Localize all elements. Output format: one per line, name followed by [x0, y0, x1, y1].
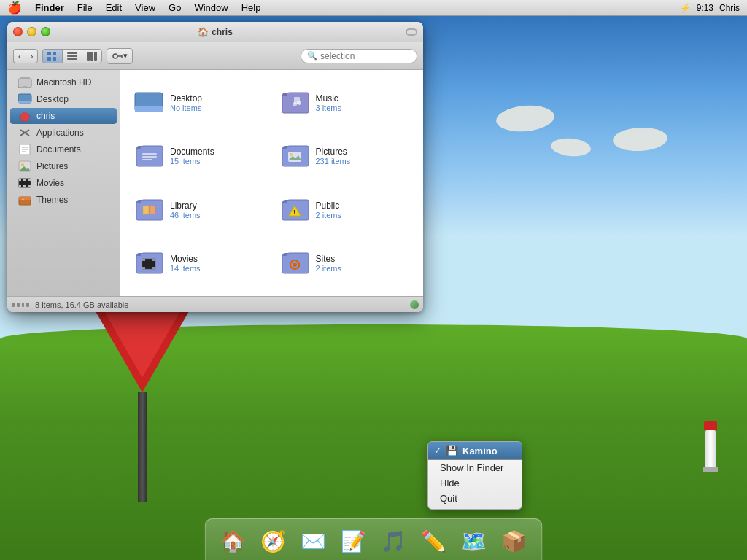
file-icon-music	[279, 88, 310, 118]
svg-point-10	[113, 54, 117, 58]
context-menu-header: ✓ 💾 Kamino	[428, 442, 522, 460]
dock-item-wordprocessor[interactable]: 📝	[335, 522, 373, 560]
file-item-music[interactable]: Music 3 items	[274, 77, 417, 128]
svg-rect-56	[142, 267, 145, 269]
pictures-icon	[18, 160, 32, 172]
sidebar-label-themes: Themes	[36, 195, 68, 205]
file-item-movies[interactable]: Movies 14 items	[128, 238, 271, 289]
lighthouse-tower	[705, 430, 716, 467]
svg-rect-32	[28, 185, 31, 187]
dock-item-itunes[interactable]: 🎵	[375, 522, 413, 560]
column-view-button[interactable]	[82, 49, 102, 63]
statusbar-dot-1	[12, 303, 15, 307]
window-content: Macintosh HD Desktop chris	[7, 70, 423, 296]
themes-icon: T	[18, 194, 32, 206]
menu-finder[interactable]: Finder	[29, 1, 70, 14]
traffic-lights	[13, 27, 50, 36]
collapse-button[interactable]	[406, 28, 417, 36]
minimize-button[interactable]	[27, 27, 36, 36]
dock-item-house[interactable]: 🏠	[214, 522, 252, 560]
forward-button[interactable]: ›	[26, 49, 39, 63]
svg-rect-7	[87, 52, 90, 61]
file-icon-public: !	[279, 195, 310, 225]
context-hd-icon: 💾	[446, 445, 458, 456]
file-item-desktop[interactable]: Desktop No items	[128, 77, 271, 128]
search-box[interactable]: 🔍	[301, 49, 417, 63]
menu-help[interactable]: Help	[236, 1, 267, 14]
window-title-text: chris	[212, 27, 233, 37]
back-button[interactable]: ‹	[13, 49, 26, 63]
dock-item-maps[interactable]: 🗺️	[455, 522, 493, 560]
close-button[interactable]	[13, 27, 23, 36]
svg-rect-8	[90, 52, 93, 61]
file-name-public: Public	[316, 201, 411, 211]
dock-item-mail[interactable]: ✉️	[295, 522, 333, 560]
window-title: 🏠 chris	[198, 27, 233, 37]
statusbar-dot-2	[17, 303, 20, 307]
sidebar-item-themes[interactable]: T Themes	[10, 192, 117, 208]
macintosh-hd-icon	[18, 77, 32, 88]
finder-window: 🏠 chris ‹ ›	[7, 22, 423, 312]
file-name-movies: Movies	[170, 254, 265, 264]
context-quit[interactable]: Quit	[428, 491, 522, 506]
svg-rect-3	[53, 57, 56, 61]
search-input[interactable]	[320, 51, 411, 61]
file-info-sites: Sites 2 items	[316, 254, 411, 273]
svg-rect-50	[150, 206, 155, 214]
file-info-pictures: Pictures 231 items	[316, 147, 411, 166]
menu-file[interactable]: File	[71, 1, 98, 14]
sidebar-item-chris[interactable]: chris	[10, 108, 117, 124]
file-item-pictures[interactable]: Pictures 231 items	[274, 131, 417, 182]
context-show-in-finder[interactable]: Show In Finder	[428, 460, 522, 475]
svg-point-26	[21, 163, 24, 166]
file-icon-library	[133, 195, 164, 225]
file-info-library: Library 46 items	[170, 201, 265, 219]
list-view-button[interactable]	[62, 49, 82, 63]
file-count-pictures: 231 items	[316, 157, 411, 166]
sidebar-item-desktop[interactable]: Desktop	[10, 91, 117, 107]
sidebar-item-movies[interactable]: Movies	[10, 175, 117, 191]
svg-rect-1	[53, 52, 56, 55]
file-item-library[interactable]: Library 46 items	[128, 184, 271, 236]
svg-rect-54	[142, 259, 145, 261]
svg-rect-55	[152, 259, 155, 261]
sidebar-item-macintosh-hd[interactable]: Macintosh HD	[10, 74, 117, 90]
file-item-public[interactable]: ! Public 2 items	[274, 184, 417, 236]
home-icon: 🏠	[198, 27, 209, 37]
sidebar-label-applications: Applications	[36, 128, 84, 138]
sidebar-item-pictures[interactable]: Pictures	[10, 158, 117, 174]
context-hide[interactable]: Hide	[428, 475, 522, 491]
file-info-music: Music 3 items	[316, 93, 411, 112]
file-count-desktop: No items	[170, 104, 265, 112]
file-icon-sites	[279, 248, 310, 279]
maximize-button[interactable]	[41, 27, 50, 36]
dock-item-pencil[interactable]: ✏️	[415, 522, 453, 560]
svg-rect-29	[19, 179, 21, 181]
menu-window[interactable]: Window	[188, 1, 233, 14]
file-item-documents[interactable]: Documents 15 items	[128, 131, 271, 182]
action-button[interactable]: ▾	[107, 48, 133, 64]
svg-rect-34	[23, 185, 26, 187]
clock: 9:13	[697, 3, 713, 13]
menu-view[interactable]: View	[129, 1, 161, 14]
file-icon-movies	[133, 248, 164, 279]
statusbar-indicator	[410, 300, 419, 309]
apple-menu-icon[interactable]: 🍎	[0, 1, 29, 15]
titlebar: 🏠 chris	[7, 22, 423, 42]
menubar: 🍎 Finder File Edit View Go Window Help ⚡…	[0, 0, 747, 16]
dock-item-safari[interactable]: 🧭	[255, 522, 293, 560]
sidebar-item-applications[interactable]: Applications	[10, 125, 117, 141]
sidebar-label-movies: Movies	[36, 178, 64, 188]
sidebar-item-documents[interactable]: Documents	[10, 141, 117, 158]
menu-edit[interactable]: Edit	[100, 1, 128, 14]
dock-item-package[interactable]: 📦	[495, 522, 533, 560]
menubar-right: ⚡ 9:13 Chris	[680, 3, 747, 13]
statusbar-dot-3	[22, 303, 25, 307]
road-sign	[88, 298, 197, 502]
menu-go[interactable]: Go	[163, 1, 187, 14]
statusbar-text: 8 items, 16.4 GB available	[35, 300, 128, 309]
svg-point-59	[293, 262, 297, 267]
svg-rect-17	[18, 101, 31, 103]
icon-view-button[interactable]	[42, 49, 62, 63]
file-item-sites[interactable]: Sites 2 items	[274, 238, 417, 289]
